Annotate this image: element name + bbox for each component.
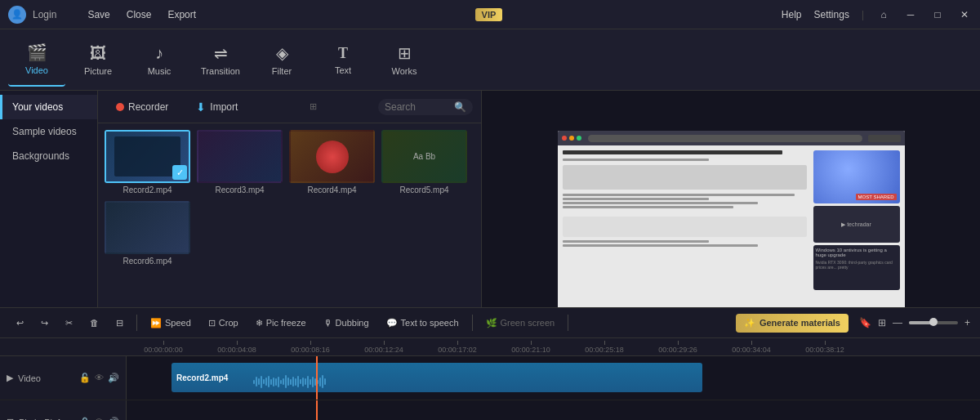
close-button[interactable]: Close — [127, 9, 152, 20]
toolbar-picture[interactable]: 🖼 Picture — [69, 34, 127, 87]
sidebar-item-backgrounds[interactable]: Backgrounds — [0, 144, 97, 168]
thumb-img-4: Aa Bb — [381, 130, 467, 183]
thumb-label-5: Record6.mp4 — [122, 257, 172, 266]
toolbar-works[interactable]: ⊞ Works — [376, 34, 433, 87]
video-icon: 🎬 — [27, 42, 47, 62]
video-track-name: ▶ Video — [7, 373, 41, 383]
grid-view-icon[interactable]: ⊞ — [310, 101, 317, 112]
toolbar-transition[interactable]: ⇌ Transition — [192, 34, 249, 87]
zoom-out-icon[interactable]: — — [893, 317, 902, 328]
ruler-tick-6: 00:00:25:18 — [568, 341, 641, 354]
thumb-label-2: Record3.mp4 — [215, 185, 264, 194]
home-button[interactable]: ⌂ — [876, 7, 891, 22]
tts-icon: 💬 — [386, 318, 398, 328]
clip-label: Record2.mp4 — [176, 373, 228, 382]
pip-track-name: ⊞ Pic-in-Pic1 — [7, 417, 62, 420]
freeze-button[interactable]: ❄ Pic freeze — [249, 315, 313, 332]
sidebar-item-your-videos[interactable]: Your videos — [0, 95, 97, 119]
split-button[interactable]: ⊟ — [109, 315, 130, 332]
green-screen-button[interactable]: 🌿 Green screen — [479, 315, 562, 332]
dubbing-button[interactable]: 🎙 Dubbing — [317, 315, 376, 331]
thumb-2[interactable]: Record3.mp4 — [197, 130, 283, 194]
thumb-3[interactable]: Record4.mp4 — [289, 130, 375, 194]
window-close-button[interactable]: ✕ — [957, 7, 972, 22]
ruler-tick-3: 00:00:12:24 — [347, 341, 421, 354]
pip-lock-icon[interactable]: 🔒 — [79, 417, 91, 420]
ruler-tick-1: 00:00:04:08 — [200, 341, 274, 354]
thumb-1[interactable]: ✓ Record2.mp4 — [105, 130, 190, 194]
pip-track-controls: 🔒 👁 🔊 — [79, 417, 119, 420]
generate-icon: ✨ — [744, 318, 755, 328]
playhead[interactable] — [316, 356, 318, 400]
generate-materials-button[interactable]: ✨ Generate materials — [736, 314, 849, 333]
music-icon: ♪ — [155, 44, 163, 63]
pip-visibility-icon[interactable]: 👁 — [95, 417, 104, 420]
thumb-img-5 — [105, 201, 190, 254]
toolbar-music[interactable]: ♪ Music — [131, 34, 188, 87]
pip-playhead — [316, 400, 318, 420]
cut-button[interactable]: ✂ — [59, 315, 79, 332]
tts-button[interactable]: 💬 Text to speech — [380, 315, 466, 332]
edit-toolbar: ↩ ↪ ✂ 🗑 ⊟ ⏩ Speed ⊡ Crop ❄ Pic freeze 🎙 … — [0, 307, 980, 338]
video-volume-icon[interactable]: 🔊 — [108, 373, 119, 383]
search-input[interactable] — [385, 101, 450, 113]
import-button[interactable]: ⬇ Import — [186, 96, 247, 118]
works-icon: ⊞ — [398, 43, 412, 63]
toolbar-music-label: Music — [148, 66, 172, 76]
speed-button[interactable]: ⏩ Speed — [144, 315, 198, 332]
avatar[interactable]: 👤 — [8, 6, 26, 24]
pip-track-content — [127, 400, 980, 420]
save-button[interactable]: Save — [87, 9, 109, 20]
recorder-button[interactable]: Recorder — [106, 97, 178, 117]
video-lock-icon[interactable]: 🔓 — [79, 373, 91, 383]
pip-volume-icon[interactable]: 🔊 — [108, 417, 119, 420]
media-grid: ✓ Record2.mp4 Record3.mp4 Record4.mp4 — [98, 123, 481, 272]
zoom-slider[interactable] — [909, 321, 958, 324]
vip-badge[interactable]: VIP — [475, 8, 503, 21]
toolbar-works-label: Works — [392, 66, 417, 76]
redo-icon: ↪ — [41, 318, 48, 328]
browser-min-dot — [569, 136, 574, 141]
settings-link[interactable]: Settings — [814, 9, 849, 20]
video-clip[interactable]: Record2.mp4 — [172, 363, 702, 392]
help-link[interactable]: Help — [782, 9, 802, 20]
ruler-tick-8: 00:00:34:04 — [715, 341, 788, 354]
login-label[interactable]: Login — [33, 9, 56, 20]
toolbar-transition-label: Transition — [201, 66, 240, 76]
top-toolbar: 🎬 Video 🖼 Picture ♪ Music ⇌ Transition ◈… — [0, 29, 980, 91]
redo-button[interactable]: ↪ — [34, 315, 55, 332]
crop-icon: ⊡ — [208, 318, 216, 328]
thumb-img-2 — [197, 130, 283, 183]
selected-check: ✓ — [172, 165, 187, 180]
freeze-icon: ❄ — [256, 318, 263, 328]
undo-icon: ↩ — [16, 318, 24, 328]
delete-button[interactable]: 🗑 — [83, 315, 105, 331]
video-visibility-icon[interactable]: 👁 — [95, 373, 104, 383]
toolbar-video-label: Video — [25, 65, 48, 75]
video-track-controls: 🔓 👁 🔊 — [79, 373, 119, 383]
thumb-4[interactable]: Aa Bb Record5.mp4 — [381, 130, 467, 194]
toolbar-text[interactable]: T Text — [314, 34, 372, 87]
zoom-in-icon[interactable]: + — [964, 317, 970, 328]
bookmark-icon[interactable]: 🔖 — [859, 317, 871, 328]
waveform — [253, 374, 694, 389]
minimize-button[interactable]: ─ — [903, 7, 918, 22]
export-button[interactable]: Export — [167, 9, 196, 20]
maximize-button[interactable]: □ — [930, 7, 945, 22]
thumb-label-1: Record2.mp4 — [122, 185, 172, 194]
crop-button[interactable]: ⊡ Crop — [202, 315, 245, 332]
sidebar-item-sample-videos[interactable]: Sample videos — [0, 119, 97, 144]
pip-track-row: ⊞ Pic-in-Pic1 🔒 👁 🔊 — [0, 400, 980, 420]
ruler-tick-0: 00:00:00:00 — [127, 341, 200, 354]
undo-button[interactable]: ↩ — [10, 315, 30, 332]
record-dot — [116, 103, 124, 111]
toolbar-video[interactable]: 🎬 Video — [8, 34, 65, 87]
timeline-ruler: 00:00:00:00 00:00:04:08 00:00:08:16 00:0… — [0, 338, 980, 356]
title-bar-actions: Save Close Export — [87, 9, 196, 20]
fit-timeline-icon[interactable]: ⊞ — [878, 317, 886, 328]
search-icon[interactable]: 🔍 — [454, 101, 466, 113]
dubbing-icon: 🎙 — [323, 318, 332, 328]
thumb-5[interactable]: Record6.mp4 — [105, 201, 190, 266]
search-wrapper: 🔍 — [378, 99, 473, 115]
toolbar-filter[interactable]: ◈ Filter — [253, 34, 310, 87]
